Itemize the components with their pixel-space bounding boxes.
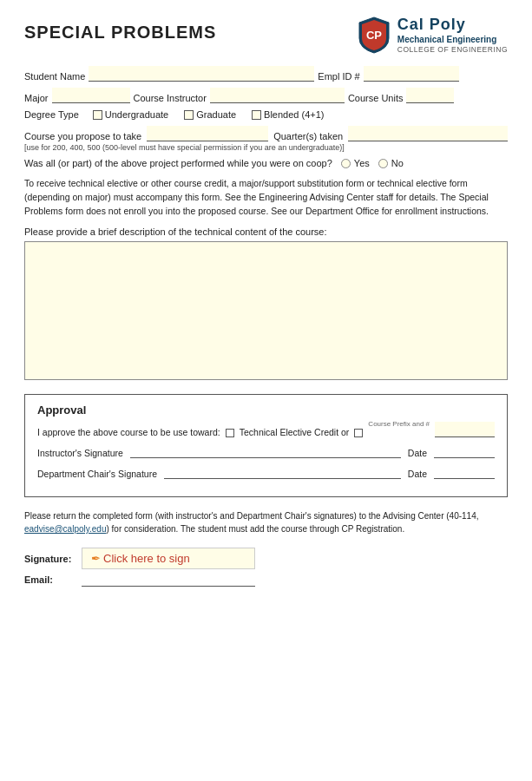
no-radio[interactable]: [378, 159, 388, 168]
course-units-label: Course Units: [348, 93, 404, 103]
approval-title: Approval: [37, 404, 495, 417]
yes-radio[interactable]: [341, 159, 351, 168]
undergraduate-checkbox[interactable]: [93, 110, 102, 120]
logo-area: CP Cal Poly Mechanical Engineering COLLE…: [358, 16, 508, 54]
quarters-taken-label: Quarter(s) taken: [273, 131, 343, 141]
svg-text:CP: CP: [366, 29, 382, 42]
advising-email-link[interactable]: eadvise@calpoly.edu: [24, 524, 106, 534]
signature-field-row: Signature: ✒Click here to sign: [24, 548, 508, 569]
coop-question: Was all (or part) of the above project p…: [24, 158, 332, 168]
instructor-date-label: Date: [408, 448, 427, 458]
major-row: Major Course Instructor Course Units: [24, 88, 508, 103]
course-instructor-input[interactable]: [210, 88, 345, 103]
yes-option[interactable]: Yes: [341, 158, 370, 168]
blended-checkbox[interactable]: [252, 110, 261, 120]
empl-id-label: Empl ID #: [318, 71, 359, 82]
major-label: Major: [24, 93, 49, 103]
graduate-checkbox[interactable]: [184, 110, 194, 120]
blended-option[interactable]: Blended (4+1): [252, 109, 324, 120]
course-prefix-label: Course Prefix and #: [368, 420, 430, 428]
no-option[interactable]: No: [378, 158, 404, 168]
approve-text: I approve the above course to be use tow…: [37, 427, 220, 437]
degree-type-row: Degree Type Undergraduate Graduate Blend…: [24, 109, 508, 120]
blended-label: Blended (4+1): [264, 109, 324, 120]
quarters-taken-input[interactable]: [348, 126, 508, 141]
graduate-option[interactable]: Graduate: [184, 109, 236, 120]
email-label: Email:: [24, 574, 76, 585]
course-propose-label: Course you propose to take: [24, 131, 141, 141]
course-note: [use for 200, 400, 500 (500-level must h…: [24, 143, 508, 152]
major-input[interactable]: [52, 88, 130, 103]
calpoly-shield-icon: CP: [358, 16, 391, 54]
course-row: Course you propose to take Quarter(s) ta…: [24, 126, 508, 141]
footer-text-2: ) for consideration. The student must ad…: [106, 524, 404, 534]
info-paragraph: To receive technical elective or other c…: [24, 177, 508, 218]
footer-text-1: Please return the completed form (with i…: [24, 511, 479, 521]
approval-box: Approval I approve the above course to b…: [24, 394, 508, 497]
student-name-label: Student Name: [24, 71, 85, 82]
yes-label: Yes: [354, 158, 370, 168]
signature-label: Signature:: [24, 554, 76, 564]
description-label: Please provide a brief description of th…: [24, 226, 508, 237]
no-label: No: [391, 158, 404, 168]
instructor-date-line[interactable]: [434, 444, 495, 458]
calpoly-name: Cal Poly: [397, 16, 508, 35]
course-prefix-checkbox[interactable]: [354, 429, 363, 437]
course-units-input[interactable]: [406, 88, 454, 103]
logo-text: Cal Poly Mechanical Engineering COLLEGE …: [397, 16, 508, 54]
undergraduate-option[interactable]: Undergraduate: [93, 109, 168, 120]
signature-section: Signature: ✒Click here to sign Email:: [24, 548, 508, 587]
course-prefix-input[interactable]: [435, 422, 495, 437]
approval-line: I approve the above course to be use tow…: [37, 422, 495, 437]
signature-click-button[interactable]: ✒Click here to sign: [82, 548, 255, 569]
dept-chair-label: Department Chair's Signature: [37, 469, 157, 479]
student-name-input[interactable]: [89, 66, 314, 82]
technical-elective-checkbox[interactable]: [226, 429, 234, 437]
dept-chair-sig-row: Department Chair's Signature Date: [37, 465, 495, 479]
pen-icon: ✒: [91, 552, 101, 565]
email-input[interactable]: [82, 573, 255, 587]
college-name: COLLEGE OF ENGINEERING: [397, 45, 508, 54]
course-instructor-label: Course Instructor: [134, 93, 207, 103]
student-name-row: Student Name Empl ID #: [24, 66, 508, 82]
empl-id-input[interactable]: [364, 66, 459, 82]
degree-type-label: Degree Type: [24, 109, 79, 120]
instructor-sig-line[interactable]: [130, 444, 401, 458]
signature-click-text: Click here to sign: [103, 552, 190, 565]
instructor-sig-label: Instructor's Signature: [37, 448, 123, 458]
email-field-row: Email:: [24, 573, 508, 587]
footer-text: Please return the completed form (with i…: [24, 509, 508, 535]
degree-options: Undergraduate Graduate Blended (4+1): [93, 109, 325, 120]
dept-chair-date-line[interactable]: [434, 465, 495, 479]
graduate-label: Graduate: [196, 109, 236, 120]
undergraduate-label: Undergraduate: [105, 109, 168, 120]
department-name: Mechanical Engineering: [397, 35, 508, 45]
page-header: SPECIAL PROBLEMS CP Cal Poly Mechanical …: [24, 16, 508, 54]
description-box[interactable]: [24, 241, 508, 380]
page-title: SPECIAL PROBLEMS: [24, 23, 216, 43]
dept-chair-sig-line[interactable]: [164, 465, 401, 479]
instructor-sig-row: Instructor's Signature Date: [37, 444, 495, 458]
dept-chair-date-label: Date: [408, 469, 427, 479]
course-propose-input[interactable]: [147, 126, 268, 141]
technical-elective-label: Technical Elective Credit or: [240, 427, 350, 437]
coop-row: Was all (or part) of the above project p…: [24, 158, 508, 168]
